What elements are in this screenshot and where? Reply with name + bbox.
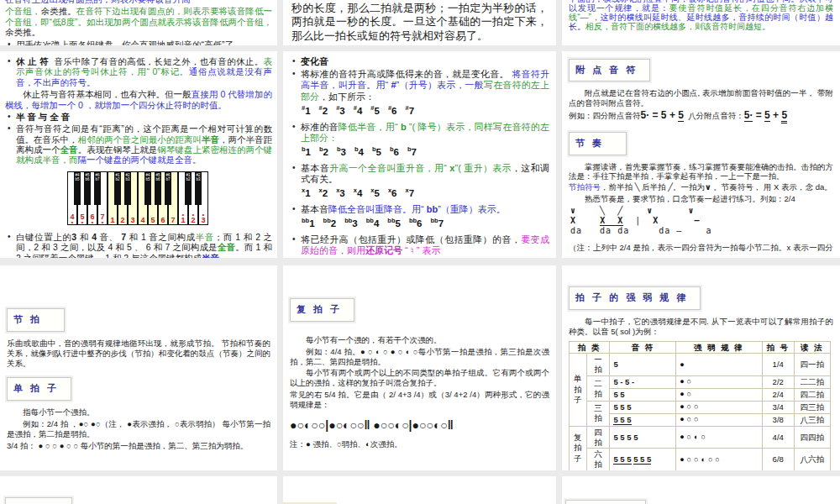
text-run: 5 5 5 5 xyxy=(613,433,638,442)
accidental-note: x1 xyxy=(302,188,311,198)
accidental-note: bb1 xyxy=(302,218,315,228)
octave-dot: • xyxy=(81,221,84,224)
text-run: 半 音 与 全 音 xyxy=(16,112,70,122)
section-title-box: 节 奏 xyxy=(569,132,627,155)
text-run: ●○◐○○|●○◐○○‖ ●○○◐○|●○○◐○‖ xyxy=(290,418,454,432)
note-number: 3 xyxy=(339,106,344,116)
text-run: 。节奏符号， 用 X 表示，念 da。 xyxy=(711,182,832,192)
reading-cell: 四一拍 xyxy=(794,354,830,376)
text-run: ∨ xyxy=(705,182,711,192)
text-run: 余类推。 xyxy=(5,27,40,37)
time-signature-cell: 2/4 xyxy=(762,389,794,402)
text-run: ●○ ●○ xyxy=(79,419,101,428)
text-run: 例如：四分附点音符 xyxy=(569,111,641,120)
key-number: 3 xyxy=(130,217,134,224)
beat-count-cell: 三拍 xyxy=(586,401,610,426)
text-run: 注：● 强拍、○弱拍、◐次强拍。 xyxy=(290,439,402,449)
text-run: 余类推。 xyxy=(40,6,76,16)
text-run: 。表现在钢琴上就是 xyxy=(78,144,158,155)
text-run: 指每小节一个强拍。 xyxy=(23,407,95,417)
black-key: #5b6 xyxy=(155,171,161,205)
accidental-note: bb6 xyxy=(409,218,423,228)
note-number: 7 xyxy=(412,147,417,157)
note-number: 1 xyxy=(305,106,310,116)
text-run: 乐曲或歌曲中，音的强弱有规律地循环出现，就形成节拍。 节拍和节奏的关系，就像列队… xyxy=(7,339,270,368)
table-header: 拍 类音 符强 弱 规 律拍 号读 法 xyxy=(570,341,831,354)
reading-cell: 四二拍 xyxy=(794,389,830,402)
black-key-label: b6 xyxy=(155,177,161,182)
text-run: — xyxy=(694,216,700,225)
octave-dot: • xyxy=(71,221,74,224)
slide-next-partial-1 xyxy=(0,476,277,504)
note-number: 6 xyxy=(417,218,422,228)
note-cell: 5 5 xyxy=(610,389,676,402)
text-run: 相反，音符下面的横线越多，则该音符时间越短。 xyxy=(585,22,770,31)
table-body: 单拍子一拍5●1/4四一拍二拍5 - 5 -●○2/2二二拍5 5●○2/4四二… xyxy=(570,354,831,470)
accidental-note: x2 xyxy=(319,188,328,198)
accidental-note: x3 xyxy=(336,188,345,198)
accidental-note: #2 xyxy=(319,106,328,116)
accidental-note: #1 xyxy=(302,106,311,116)
text-paragraph: 基本音升高一个全音叫重升音，用“ x”( 重升）表示，这和调式有关。 xyxy=(290,163,549,185)
key-number: 7 xyxy=(171,217,175,224)
slide-next-partial-3 xyxy=(562,476,840,504)
spacer xyxy=(290,327,549,333)
key-number: 5 xyxy=(150,217,155,224)
text-run: = xyxy=(753,109,764,121)
slide-beat-strength-table: 拍 子 的 强 弱 规 律每一中拍子，它的强弱规律是不同. 从下一览表中可以了解… xyxy=(562,265,840,470)
black-key-label: b2 xyxy=(114,177,121,182)
black-key-label: b6 xyxy=(84,177,91,182)
text-run: ，如下所示： xyxy=(319,92,375,102)
accidental-note: b4 xyxy=(354,147,364,157)
reading-cell: 四四拍 xyxy=(794,426,830,449)
spacer xyxy=(569,269,833,282)
spacer xyxy=(7,269,270,304)
handout-page: 在音符上边出现有圆点的，则表示要将该音升高一个音组，余类推。在音符下边出现有圆点… xyxy=(0,0,840,504)
text-run: X X xyxy=(600,216,623,226)
text-run: 5 5 5 xyxy=(613,415,631,425)
spacer xyxy=(7,370,270,373)
text-run: 全音 xyxy=(218,242,235,252)
black-key-label: b7 xyxy=(94,177,101,182)
accidental-notation-line: b1b2b3b4b5b6b7 xyxy=(302,145,549,159)
note-number: 2 xyxy=(331,218,336,228)
rhythm-line: ∨ ╲ ╱ ∨ ∨ xyxy=(570,206,833,216)
text-run: ”( 降号）表示，同样 xyxy=(407,122,493,132)
black-key-label: b5 xyxy=(74,177,81,182)
pattern-cell: ●○○◐○○ xyxy=(676,449,762,470)
note-number: 2 xyxy=(323,188,328,198)
text-run: 掌握读谱，首先要掌握节奏，练习掌握节奏要能准确的击拍。击拍的方法是：手往下拍是半… xyxy=(569,162,833,181)
accidental-note: b2 xyxy=(319,147,328,157)
accidental-note: bb7 xyxy=(430,218,444,228)
slide-next-partial-2 xyxy=(283,476,556,504)
text-paragraph: 标准的音降低半音，用“ b ”( 降号）表示，同样写在音符的左上部分： xyxy=(290,122,549,144)
black-key-label: b3 xyxy=(124,177,131,182)
text-paragraph: 在音符上边出现有圆点的，则表示要将该音升高一 xyxy=(5,0,272,4)
text-run: + xyxy=(667,109,679,121)
section-title-box: 拍 子 的 强 弱 规 律 xyxy=(569,286,701,310)
key-number: 1 xyxy=(110,217,114,224)
text-run xyxy=(653,206,688,215)
text-paragraph: ●○◐○○|●○◐○○‖ ●○○◐○|●○○◐○‖ xyxy=(290,418,549,433)
partial-title-box xyxy=(5,497,72,504)
text-run: 和 xyxy=(76,232,92,242)
text-run: 将标准的音符升高或降低得来的音，就是变化音。 xyxy=(301,69,512,79)
text-run: = xyxy=(649,109,661,121)
text-run: ，前半拍 xyxy=(601,182,635,192)
key-number: 2 xyxy=(191,217,195,224)
note-number: 7 xyxy=(409,188,414,198)
section-title-box: 复 拍 子 xyxy=(290,298,354,322)
text-run: 全音 xyxy=(60,144,78,155)
section-title-box: 节 拍 xyxy=(7,308,65,332)
accidental-note: bb2 xyxy=(323,218,337,228)
text-paragraph: 将标准的音符升高或降低得来的音，就是变化音。 将音符升高半音，叫升音。用“ #”… xyxy=(290,69,549,102)
note-number: 7 xyxy=(438,218,444,228)
accidental-note: x7 xyxy=(405,188,414,198)
note-number: 5 xyxy=(395,218,400,228)
slide-octave-dots-partial: 在音符上边出现有圆点的，则表示要将该音升高一个音组，余类推。在音符下边出现有圆点… xyxy=(0,0,277,45)
table-row: 三拍5 5 5●○○3/4四三拍 xyxy=(570,401,831,413)
text-run: 附点就是记在音符右边的小圆点, 表示增加前面音符时值的一半， 带附点的音符叫附点… xyxy=(569,88,833,107)
accidental-note: #4 xyxy=(354,106,363,116)
text-paragraph: 半 音 与 全 音 xyxy=(5,112,272,122)
text-run: 个音组， xyxy=(5,6,40,16)
